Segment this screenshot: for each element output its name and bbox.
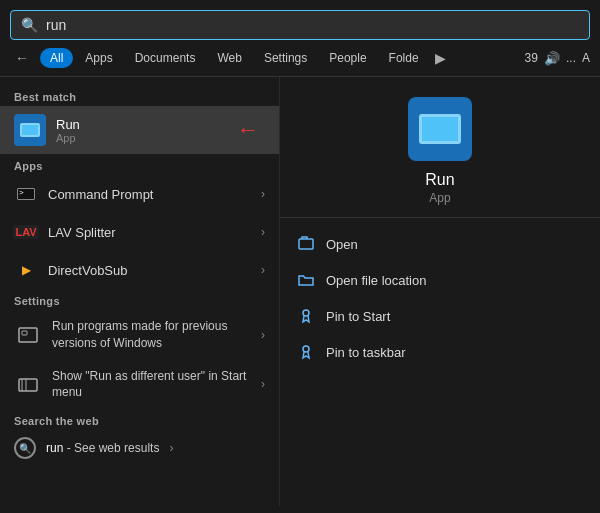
cmd-icon xyxy=(14,182,38,206)
settings-item-programs[interactable]: Run programs made for previous versions … xyxy=(0,310,279,360)
web-search-suffix: - See web results xyxy=(63,441,159,455)
dvs-icon: ▶ xyxy=(14,258,38,282)
pin-start-icon xyxy=(296,306,316,326)
best-match-label: Best match xyxy=(0,85,279,106)
action-open[interactable]: Open xyxy=(280,226,600,262)
divider xyxy=(280,217,600,218)
web-search-label: Search the web xyxy=(0,409,279,430)
lav-icon-shape: LAV xyxy=(13,225,38,239)
web-search-query: run xyxy=(46,441,63,455)
settings-label-programs: Run programs made for previous versions … xyxy=(52,318,251,352)
main-content: Best match Run App ← Apps Command Prompt… xyxy=(0,77,600,506)
tab-all[interactable]: All xyxy=(40,48,73,68)
best-match-item[interactable]: Run App ← xyxy=(0,106,279,154)
feedback-icon: 🔊 xyxy=(544,51,560,66)
result-count: 39 xyxy=(525,51,538,65)
folder-icon xyxy=(296,270,316,290)
open-icon xyxy=(296,234,316,254)
open-label: Open xyxy=(326,237,358,252)
right-panel: Run App Open Open file location xyxy=(280,77,600,506)
back-button[interactable]: ← xyxy=(10,46,34,70)
chevron-icon-2: › xyxy=(261,225,265,239)
lav-icon: LAV xyxy=(14,220,38,244)
left-panel: Best match Run App ← Apps Command Prompt… xyxy=(0,77,280,506)
pin-taskbar-icon xyxy=(296,342,316,362)
tab-people[interactable]: People xyxy=(319,48,376,68)
list-item-cmd[interactable]: Command Prompt › xyxy=(0,175,279,213)
chevron-icon-4: › xyxy=(261,328,265,342)
cmd-label: Command Prompt xyxy=(48,187,251,202)
right-app-icon xyxy=(408,97,472,161)
best-match-text: Run App xyxy=(56,117,80,144)
more-tabs-button[interactable]: ▶ xyxy=(431,48,450,68)
settings-icon-1 xyxy=(14,321,42,349)
pin-start-label: Pin to Start xyxy=(326,309,390,324)
svg-point-6 xyxy=(303,310,309,316)
chevron-icon-6: › xyxy=(169,441,173,455)
dvs-icon-shape: ▶ xyxy=(22,264,30,277)
settings-label: Settings xyxy=(0,289,279,310)
right-app-name: Run xyxy=(425,171,454,189)
filter-tabs: ← All Apps Documents Web Settings People… xyxy=(0,40,600,77)
best-match-title: Run xyxy=(56,117,80,132)
lav-label: LAV Splitter xyxy=(48,225,251,240)
filter-tabs-right: 39 🔊 ... A xyxy=(525,51,590,66)
apps-label: Apps xyxy=(0,154,279,175)
best-match-subtitle: App xyxy=(56,132,80,144)
ellipsis-button[interactable]: ... xyxy=(566,51,576,65)
search-icon: 🔍 xyxy=(21,17,38,33)
dvs-label: DirectVobSub xyxy=(48,263,251,278)
action-pin-taskbar[interactable]: Pin to taskbar xyxy=(280,334,600,370)
red-arrow: ← xyxy=(237,117,259,143)
tab-apps[interactable]: Apps xyxy=(75,48,122,68)
web-search-text: run - See web results xyxy=(46,441,159,455)
run-icon-inner xyxy=(20,123,40,137)
cmd-icon-shape xyxy=(17,188,35,200)
right-app-type: App xyxy=(429,191,450,205)
settings-icon-2 xyxy=(14,370,42,398)
web-search-icon: 🔍 xyxy=(14,437,36,459)
list-item-dvs[interactable]: ▶ DirectVobSub › xyxy=(0,251,279,289)
tab-documents[interactable]: Documents xyxy=(125,48,206,68)
action-pin-start[interactable]: Pin to Start xyxy=(280,298,600,334)
search-bar[interactable]: 🔍 xyxy=(10,10,590,40)
search-input[interactable] xyxy=(46,17,579,33)
right-app-icon-inner xyxy=(419,114,461,144)
web-search-item[interactable]: 🔍 run - See web results › xyxy=(0,430,279,466)
svg-rect-1 xyxy=(22,331,27,335)
tab-folders[interactable]: Folde xyxy=(379,48,429,68)
tab-web[interactable]: Web xyxy=(207,48,251,68)
chevron-icon-3: › xyxy=(261,263,265,277)
chevron-icon: › xyxy=(261,187,265,201)
list-item-lav[interactable]: LAV LAV Splitter › xyxy=(0,213,279,251)
action-open-file-location[interactable]: Open file location xyxy=(280,262,600,298)
svg-point-7 xyxy=(303,346,309,352)
run-app-icon xyxy=(14,114,46,146)
chevron-icon-5: › xyxy=(261,377,265,391)
open-file-location-label: Open file location xyxy=(326,273,426,288)
settings-item-runas[interactable]: Show "Run as different user" in Start me… xyxy=(0,360,279,410)
pin-taskbar-label: Pin to taskbar xyxy=(326,345,406,360)
settings-label-runas: Show "Run as different user" in Start me… xyxy=(52,368,251,402)
tab-settings[interactable]: Settings xyxy=(254,48,317,68)
user-initial: A xyxy=(582,51,590,65)
svg-rect-5 xyxy=(299,239,313,249)
